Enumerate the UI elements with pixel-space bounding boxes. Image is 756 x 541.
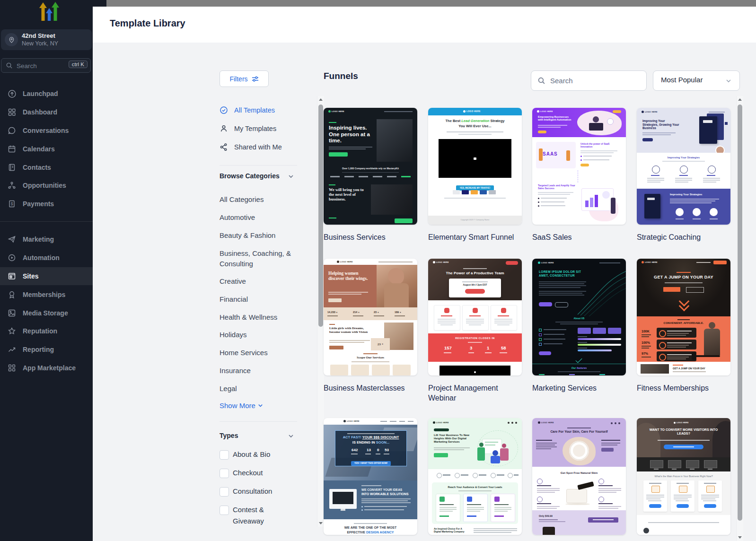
template-grid: LOGO HERE Inspiring lives. One person at…: [0, 0, 756, 541]
template-card-marketing-services[interactable]: LOGO HERE LOREM IPSUM DOLOR SIT AMET, CO…: [532, 259, 626, 393]
template-title: Business Services: [324, 232, 417, 242]
template-title: Business Masterclasses: [324, 383, 417, 393]
template-thumbnail: LOGO HERE WANT TO CONVERT MORE VISITORS …: [637, 418, 730, 535]
template-title: Project Management Webinar: [428, 383, 522, 403]
template-card-agency-offer[interactable]: LOGO HERE ACT FAST! YOUR $$$ DISCOUNT IS…: [324, 418, 417, 535]
template-title: Elementary Smart Funnel: [428, 232, 522, 242]
template-card-leads-webinar[interactable]: LOGO HERE WANT TO CONVERT MORE VISITORS …: [637, 418, 730, 535]
template-thumbnail: LOGO HERE Lift Your Business To New Heig…: [428, 418, 522, 535]
template-library-app: 42nd Street New York, NY ctrl K Launchpa…: [0, 0, 756, 541]
template-thumbnail: LOGO HERE GET A JUMP ON YOUR DAY CONVENI…: [637, 259, 730, 375]
template-thumbnail: LOGO HERE The Power of a Productive Team…: [428, 259, 522, 375]
template-title: Fitness Memberships: [637, 383, 730, 393]
template-card-strategic-coaching[interactable]: LOGO HERE Improving Your Strategies, Gro…: [637, 108, 730, 242]
template-card-digital-marketing[interactable]: LOGO HERE Lift Your Business To New Heig…: [428, 418, 522, 535]
template-thumbnail: LOGO HERE Helping women discover their w…: [324, 259, 417, 375]
template-card-business-masterclasses[interactable]: LOGO HERE Helping women discover their w…: [324, 259, 417, 393]
template-title: Strategic Coaching: [637, 232, 730, 242]
template-title: Marketing Services: [532, 383, 626, 393]
template-card-elementary-smart-funnel[interactable]: LOGO HERE The Best Lead Generation Strat…: [428, 108, 522, 242]
template-thumbnail: LOGO HERE LOREM IPSUM DOLOR SIT AMET, CO…: [532, 259, 626, 375]
template-card-business-services[interactable]: LOGO HERE Inspiring lives. One person at…: [324, 108, 417, 242]
template-card-fitness-memberships[interactable]: LOGO HERE GET A JUMP ON YOUR DAY CONVENI…: [637, 259, 730, 393]
template-thumbnail: LOGO HERE Inspiring lives. One person at…: [324, 108, 417, 225]
template-card-saas-sales[interactable]: LOGO HERE Empowering Businesses with Int…: [532, 108, 626, 242]
template-thumbnail: LOGO HERE ACT FAST! YOUR $$$ DISCOUNT IS…: [324, 418, 417, 535]
template-thumbnail: LOGO HERE Care For Your Skin, Care For Y…: [532, 418, 626, 535]
offer-panel: ACT FAST! YOUR $$$ DISCOUNT IS ENDING IN…: [335, 430, 407, 466]
template-title: SaaS Sales: [532, 232, 626, 242]
template-card-skincare[interactable]: LOGO HERE Care For Your Skin, Care For Y…: [532, 418, 626, 535]
template-thumbnail: LOGO HERE Empowering Businesses with Int…: [532, 108, 626, 225]
template-card-project-management-webinar[interactable]: LOGO HERE The Power of a Productive Team…: [428, 259, 522, 403]
template-thumbnail: LOGO HERE Improving Your Strategies, Gro…: [637, 108, 730, 225]
template-thumbnail: LOGO HERE The Best Lead Generation Strat…: [428, 108, 522, 225]
